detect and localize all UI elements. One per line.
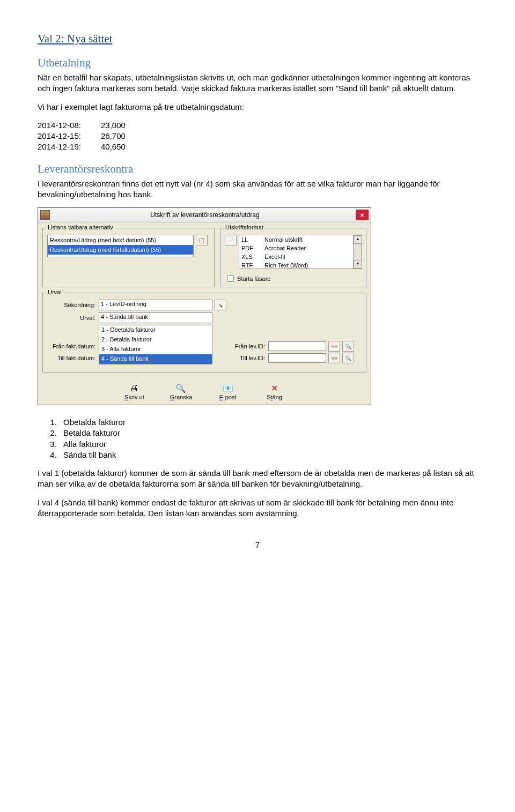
binoculars-icon[interactable]: 👓 xyxy=(328,341,340,352)
button-bar: 🖨 Skriv ut 🔍 Granska 📧 E-post ✕ Stäng xyxy=(42,379,366,400)
scroll-up-button[interactable]: ▴ xyxy=(354,235,362,244)
amount-2: 26,700 xyxy=(101,131,126,141)
print-dialog: Utskrift av leverantörsreskontra/utdrag … xyxy=(38,207,371,405)
para-after-2: I val 4 (sända till bank) kommer endast … xyxy=(38,497,477,519)
zoom-icon[interactable]: 🔍 xyxy=(342,353,354,363)
dropdown-urval[interactable]: 4 - Sända till bank xyxy=(99,312,212,323)
close-x-icon: ✕ xyxy=(259,383,291,394)
group-urval: Urval Sökordning: 1 - LevID-ordning ↘ Ur… xyxy=(42,293,366,373)
fmt-desc: Normal utskrift xyxy=(262,235,361,244)
dialog-title: Utskrift av leverantörsreskontra/utdrag xyxy=(54,211,356,219)
list-item-selected[interactable]: Reskontra/Utdrag (med förfallodatum) (55… xyxy=(48,245,193,255)
fmt-code: XLS xyxy=(239,252,262,261)
scroll-down-button[interactable]: ▾ xyxy=(354,260,362,269)
date-1: 2014-12-08: xyxy=(38,120,89,131)
label-urval: Urval: xyxy=(47,315,99,321)
group-list-legend: Listans valbara alternativ xyxy=(46,224,115,230)
label-tillfakt: Till fakt.datum: xyxy=(47,355,99,361)
amount-1: 23,000 xyxy=(101,120,126,131)
binoculars-icon[interactable]: 👓 xyxy=(328,353,340,363)
urval-option[interactable]: 1 - Obetalda fakturor xyxy=(99,325,212,335)
list-item: Betalda fakturor xyxy=(59,428,477,438)
print-button[interactable]: 🖨 Skriv ut xyxy=(118,383,150,400)
group-output-format: Utskriftsformat 📄 LLNormal utskrift PDFA… xyxy=(220,228,366,287)
input-franlev[interactable] xyxy=(268,341,326,351)
magnifier-icon: 🔍 xyxy=(165,383,197,394)
dropdown-sokordning[interactable]: 1 - LevID-ordning xyxy=(99,300,212,310)
label-franfakt: Från fakt.datum: xyxy=(47,343,99,349)
amount-3: 40,650 xyxy=(101,141,126,152)
format-icon: 📄 xyxy=(225,235,237,245)
group-urval-legend: Urval xyxy=(46,289,63,295)
date-3: 2014-12-19: xyxy=(38,141,89,152)
label-franlev: Från lev.ID: xyxy=(227,343,268,349)
list-item: Alla fakturor xyxy=(59,439,477,450)
heading-val2: Val 2: Nya sättet xyxy=(38,32,477,46)
dialog-titlebar: Utskrift av leverantörsreskontra/utdrag … xyxy=(38,208,371,222)
para-utbetalning-2: Vi har i exemplet lagt fakturorna på tre… xyxy=(38,102,477,113)
para-leverantors-1: I leverantörsreskontran finns det ett ny… xyxy=(38,178,477,200)
group-format-legend: Utskriftsformat xyxy=(224,224,265,230)
fmt-desc: Excel-fil xyxy=(262,252,361,261)
list-item: Obetalda fakturor xyxy=(59,417,477,428)
fmt-code: PDF xyxy=(239,244,262,252)
fmt-desc: Acrobat Reader xyxy=(262,244,361,252)
email-icon: 📧 xyxy=(212,383,244,394)
page-number: 7 xyxy=(38,540,477,549)
heading-leverantorsreskontra: Leverantörsreskontra xyxy=(38,162,477,176)
list-item[interactable]: Reskontra/Utdrag (med bokf.datum) (55) xyxy=(48,235,193,245)
email-button[interactable]: 📧 E-post xyxy=(212,383,244,400)
para-utbetalning-1: När en betalfil har skapats, utbetalning… xyxy=(38,72,477,94)
start-reader-checkbox[interactable] xyxy=(227,275,234,282)
label-sokordning: Sökordning: xyxy=(47,302,99,308)
input-tilllev[interactable] xyxy=(268,353,326,363)
btn-epost-rest: -post xyxy=(223,394,236,400)
label-tilllev: Till lev.ID: xyxy=(227,355,268,361)
preview-button[interactable]: 🔍 Granska xyxy=(165,383,197,400)
format-list[interactable]: LLNormal utskrift PDFAcrobat Reader XLSE… xyxy=(239,235,362,269)
btn-print-rest: kriv ut xyxy=(128,394,144,400)
fmt-code: LL xyxy=(239,235,262,244)
start-reader-row: Starta läsare xyxy=(225,272,362,282)
close-button[interactable]: ✕ xyxy=(356,210,369,220)
btn-granska-rest: ranska xyxy=(174,394,192,400)
heading-utbetalning: Utbetalning xyxy=(38,56,477,70)
para-after-1: I val 1 (obetalda fakturor) kommer de so… xyxy=(38,468,477,490)
btn-stang-rest: äng xyxy=(273,394,282,400)
date-2: 2014-12-15: xyxy=(38,131,89,141)
close-button-bottom[interactable]: ✕ Stäng xyxy=(259,383,291,400)
start-reader-label: Starta läsare xyxy=(237,275,270,282)
fmt-desc: Rich Text (Word) xyxy=(262,261,361,269)
date-amount-list: 2014-12-08:23,000 2014-12-15:26,700 2014… xyxy=(38,120,477,153)
app-icon xyxy=(40,210,50,220)
copy-button[interactable]: 📋 xyxy=(196,235,208,245)
list-item: Sända till bank xyxy=(59,450,477,460)
printer-icon: 🖨 xyxy=(118,383,150,394)
scrollbar[interactable]: ▴ ▾ xyxy=(353,235,362,269)
zoom-icon[interactable]: 🔍 xyxy=(342,341,354,352)
option-enumeration: Obetalda fakturor Betalda fakturor Alla … xyxy=(59,417,477,460)
list-alternatives[interactable]: Reskontra/Utdrag (med bokf.datum) (55) R… xyxy=(47,235,194,257)
group-list-alternatives: Listans valbara alternativ Reskontra/Utd… xyxy=(42,228,215,287)
fmt-code: RTF xyxy=(239,261,262,269)
